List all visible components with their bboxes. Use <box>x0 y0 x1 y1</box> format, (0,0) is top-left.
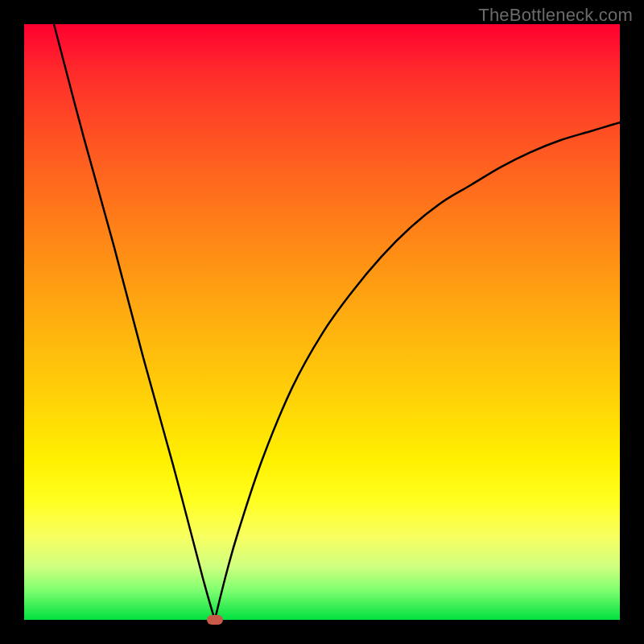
curve-left-branch <box>54 24 215 620</box>
bottleneck-curve <box>24 24 620 620</box>
watermark-text: TheBottleneck.com <box>478 5 633 26</box>
plot-area <box>24 24 620 620</box>
chart-frame: TheBottleneck.com <box>0 0 644 644</box>
curve-right-branch <box>215 122 620 620</box>
minimum-marker <box>207 615 223 625</box>
